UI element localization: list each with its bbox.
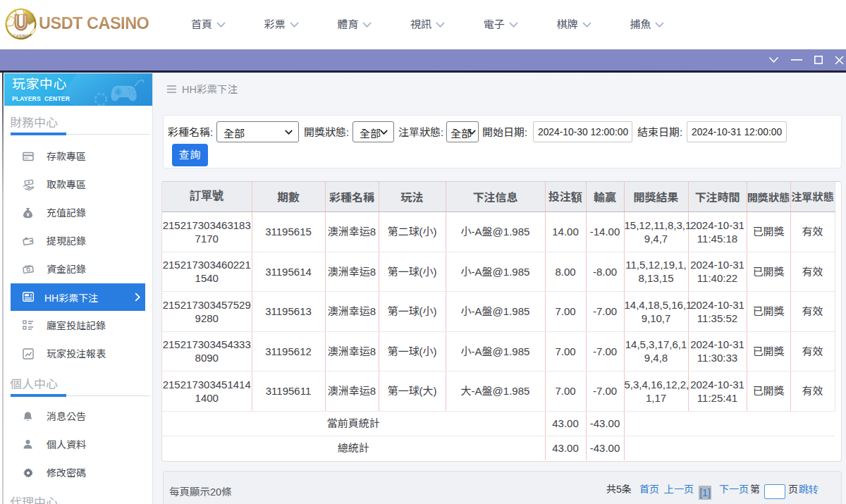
svg-text:CASINO: CASINO — [13, 34, 30, 38]
